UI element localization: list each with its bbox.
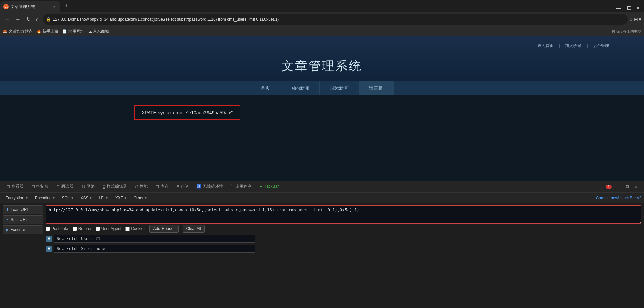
- split-url-button[interactable]: ✂ Split URL: [3, 215, 43, 224]
- referer-checkbox[interactable]: [73, 227, 77, 231]
- storage-icon: ≡: [177, 184, 179, 189]
- load-url-button[interactable]: ⬆ Load URL: [3, 205, 43, 214]
- xxe-menu[interactable]: XXE ▼: [112, 194, 130, 202]
- devtools-tab-style-editor[interactable]: {} 样式编辑器: [99, 182, 131, 192]
- encryption-arrow: ▼: [25, 196, 28, 200]
- new-tab-button[interactable]: +: [62, 1, 71, 11]
- extensions-button[interactable]: ⊞: [634, 17, 638, 22]
- error-box: XPATH syntax error: '^e10adc3949ba59ab^': [134, 105, 240, 120]
- post-data-checkbox[interactable]: [46, 227, 50, 231]
- memory-icon: ◻: [156, 184, 159, 189]
- encoding-label: Encoding: [35, 196, 52, 200]
- devtools-tab-memory[interactable]: ◻ 内存: [152, 182, 173, 192]
- hackbar-dot-icon: ●: [260, 184, 262, 189]
- user-agent-checkbox[interactable]: [96, 227, 100, 231]
- xxe-label: XXE: [115, 196, 123, 200]
- page-icon: 📄: [62, 29, 67, 34]
- other-label: Other: [134, 196, 144, 200]
- error-message: XPATH syntax error: '^e10adc3949ba59ab^': [142, 110, 233, 115]
- address-bar[interactable]: [53, 17, 624, 22]
- set-homepage-link[interactable]: 设为首页: [538, 43, 554, 48]
- site-title-area: 文章管理系统: [0, 51, 644, 81]
- devtools-tab-debugger[interactable]: ◻ 调试器: [52, 182, 77, 192]
- tab-title: 文章管理系统: [11, 4, 50, 10]
- nav-guestbook[interactable]: 留言板: [359, 81, 394, 95]
- accessibility-icon: ♿: [196, 184, 201, 189]
- xss-menu[interactable]: XSS ▼: [78, 194, 95, 202]
- bookmark-button[interactable]: ☆: [629, 17, 633, 22]
- hackbar-body: ⬆ Load URL ✂ Split URL ▶ Execute http://…: [0, 203, 644, 308]
- debugger-icon: ◻: [56, 184, 60, 189]
- add-header-button[interactable]: Add Header: [149, 225, 178, 233]
- tab-label: 内存: [160, 184, 169, 189]
- minimize-button[interactable]: —: [614, 4, 623, 12]
- lfi-menu[interactable]: LFI ▼: [96, 194, 111, 202]
- cookies-checkbox[interactable]: [125, 227, 130, 231]
- encoding-menu[interactable]: Encoding ▼: [32, 194, 58, 202]
- nav-international-news[interactable]: 国际新闻: [320, 81, 359, 95]
- tab-label: 网络: [87, 184, 95, 189]
- devtools-tab-storage[interactable]: ≡ 存储: [173, 182, 192, 192]
- back-button[interactable]: ←: [3, 15, 12, 24]
- lfi-label: LFI: [99, 196, 104, 200]
- home-button[interactable]: ⌂: [34, 15, 41, 24]
- sql-menu[interactable]: SQL ▼: [59, 194, 77, 202]
- referer-label: Referer: [78, 226, 92, 231]
- devtools-tab-hackbar[interactable]: ● HackBar: [256, 182, 283, 191]
- tab-label: 应用程序: [235, 184, 251, 189]
- devtools-tab-inspector[interactable]: ◻ 查看器: [3, 182, 28, 192]
- xss-label: XSS: [81, 196, 89, 200]
- website: 设为首页 ｜ 加入收藏 ｜ 后台管理 文章管理系统 首页 国内新闻 国际新闻 留…: [0, 36, 644, 181]
- user-agent-option[interactable]: User Agent: [96, 226, 121, 231]
- bookmark-jd[interactable]: ☁ 京东商城: [88, 29, 109, 34]
- devtools-tab-bar: ◻ 查看器 ◻ 控制台 ◻ 调试器 ↑↓ 网络 {} 样式编辑器 ◎ 性能: [0, 181, 644, 193]
- nav-home[interactable]: 首页: [250, 81, 280, 95]
- maximize-button[interactable]: ⧠: [625, 4, 633, 12]
- nav-actions: ☆ ⊞ ≡: [629, 17, 641, 22]
- devtools-tab-accessibility[interactable]: ♿ 无障碍环境: [192, 182, 227, 192]
- devtools-close-icon[interactable]: ×: [633, 183, 639, 190]
- refresh-button[interactable]: ↻: [24, 15, 33, 24]
- other-menu[interactable]: Other ▼: [131, 194, 150, 202]
- nav-domestic-news[interactable]: 国内新闻: [280, 81, 320, 95]
- referer-option[interactable]: Referer: [73, 226, 92, 231]
- cookies-label: Cookies: [131, 226, 145, 231]
- bookmark-newbie[interactable]: 🔥 新手上路: [37, 29, 58, 34]
- forward-button[interactable]: →: [13, 15, 23, 24]
- devtools-tab-console[interactable]: ◻ 控制台: [28, 182, 52, 192]
- tab-label: 控制台: [36, 184, 48, 189]
- tab-label: 存储: [180, 184, 188, 189]
- tab-close-button[interactable]: ×: [52, 4, 57, 9]
- header-value-2[interactable]: [54, 245, 255, 253]
- bookmark-firefox[interactable]: 🦊 火狐官方站点: [3, 29, 33, 34]
- devtools-right-controls: 1 ⋮ ⧉ ×: [606, 183, 641, 190]
- devtools-tab-performance[interactable]: ◎ 性能: [131, 182, 152, 192]
- menu-button[interactable]: ≡: [639, 17, 641, 22]
- backend-link[interactable]: 后台管理: [593, 43, 609, 48]
- devtools-tab-application[interactable]: ⠿ 应用程序: [227, 182, 256, 192]
- split-icon: ✂: [6, 217, 9, 222]
- cookies-option[interactable]: Cookies: [125, 226, 145, 231]
- url-textarea[interactable]: http://127.0.0.1/cms/show.php?id=34 and …: [46, 205, 641, 224]
- load-url-label: Load URL: [11, 207, 29, 212]
- encryption-menu[interactable]: Encryption ▼: [3, 194, 31, 202]
- application-icon: ⠿: [231, 184, 234, 189]
- header-value-1[interactable]: [54, 235, 255, 243]
- hackbar-content: http://127.0.0.1/cms/show.php?id=34 and …: [46, 205, 641, 306]
- separator: ｜: [557, 43, 561, 48]
- clear-all-button[interactable]: Clear All: [183, 225, 205, 233]
- devtools-close-button[interactable]: ⋮: [614, 183, 622, 190]
- tab-label: 查看器: [11, 184, 24, 189]
- hackbar-actions: ⬆ Load URL ✂ Split URL ▶ Execute: [3, 205, 43, 306]
- active-tab[interactable]: 🦊 文章管理系统 ×: [0, 1, 60, 12]
- devtools-undock-button[interactable]: ⧉: [625, 183, 631, 190]
- devtools-tab-network[interactable]: ↑↓ 网络: [77, 182, 99, 192]
- tab-favicon: 🦊: [3, 4, 9, 9]
- post-data-option[interactable]: Post data: [46, 226, 68, 231]
- bookmark-common[interactable]: 📄 常用网址: [62, 29, 84, 34]
- add-favorites-link[interactable]: 加入收藏: [565, 43, 581, 48]
- close-browser-button[interactable]: ×: [635, 4, 641, 12]
- execute-button[interactable]: ▶ Execute: [3, 225, 43, 234]
- tab-label: 无障碍环境: [203, 184, 223, 189]
- devtools-panel: ◻ 查看器 ◻ 控制台 ◻ 调试器 ↑↓ 网络 {} 样式编辑器 ◎ 性能: [0, 181, 644, 308]
